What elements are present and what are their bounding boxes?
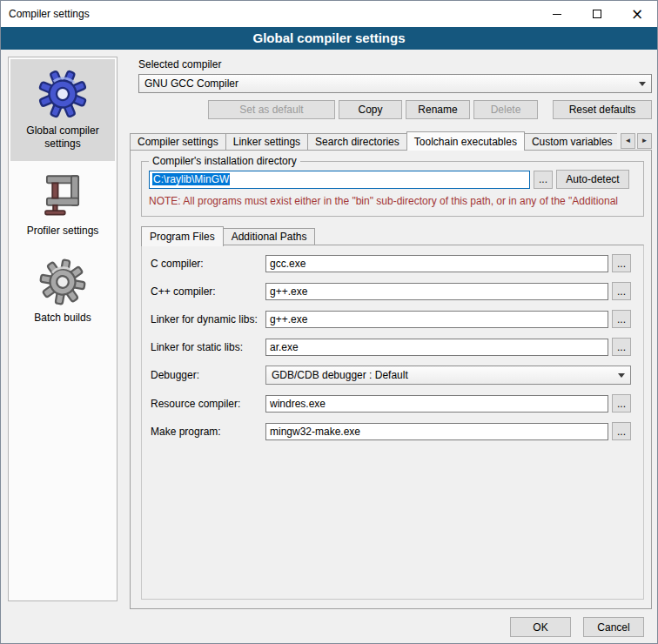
autodetect-button[interactable]: Auto-detect (556, 170, 629, 189)
close-button[interactable]: × (617, 1, 657, 27)
compiler-select[interactable]: GNU GCC Compiler (138, 74, 652, 93)
c-compiler-browse-button[interactable]: ... (612, 254, 631, 272)
sidebar-item-batch-builds[interactable]: Batch builds (10, 248, 115, 335)
cpp-compiler-input[interactable] (265, 283, 608, 300)
installation-directory-row: C:\raylib\MinGW ... Auto-detect (149, 170, 629, 189)
sidebar: Global compiler settings Prof (8, 57, 118, 601)
tab-scroll-left-button[interactable]: ◄ (621, 133, 635, 149)
static-linker-browse-button[interactable]: ... (612, 338, 631, 356)
compiler-settings-dialog: Compiler settings × Global compiler sett… (0, 0, 658, 644)
install-dir-browse-button[interactable]: ... (534, 171, 553, 189)
make-program-browse-button[interactable]: ... (612, 422, 631, 440)
form-row: Linker for dynamic libs: ... (151, 310, 631, 328)
tabs-clip: Compiler settings Linker settings Search… (130, 131, 617, 151)
sidebar-item-label: Batch builds (34, 312, 91, 325)
install-dir-input[interactable]: C:\raylib\MinGW (149, 171, 530, 189)
sidebar-item-label: Global compiler settings (14, 124, 111, 151)
cpp-compiler-browse-button[interactable]: ... (612, 282, 631, 300)
resource-compiler-input[interactable] (265, 395, 608, 413)
maximize-button[interactable] (577, 1, 617, 27)
form-row: Resource compiler: ... (151, 394, 631, 413)
resource-compiler-browse-button[interactable]: ... (612, 394, 631, 413)
ok-button[interactable]: OK (510, 617, 571, 637)
tab-search-directories[interactable]: Search directories (307, 133, 407, 151)
form-row: C++ compiler: ... (151, 282, 631, 300)
compiler-button-row: Set as default Copy Rename Delete Reset … (138, 100, 652, 119)
gear-blue-icon (37, 68, 89, 120)
tab-scroll-right-button[interactable]: ► (637, 133, 652, 149)
rename-button[interactable]: Rename (406, 100, 470, 119)
install-dir-selected-text: C:\raylib\MinGW (152, 173, 230, 185)
toolchain-executables-pane: Compiler's installation directory C:\ray… (130, 150, 652, 609)
window-controls: × (537, 1, 657, 27)
note-text: NOTE: All programs must exist either in … (149, 195, 641, 207)
form-row: Make program: ... (151, 422, 631, 440)
tab-program-files[interactable]: Program Files (141, 226, 224, 246)
selected-compiler-label: Selected compiler (138, 58, 221, 70)
make-program-input[interactable] (265, 423, 608, 440)
chevron-down-icon (639, 82, 646, 86)
chevron-down-icon (618, 373, 625, 378)
cpp-compiler-label: C++ compiler: (151, 285, 265, 298)
tab-scroll-arrows: ◄ ► (621, 133, 652, 149)
form-row: C compiler: ... (151, 254, 631, 272)
tab-additional-paths[interactable]: Additional Paths (223, 228, 316, 245)
compiler-select-value: GNU GCC Compiler (144, 77, 634, 90)
cancel-button[interactable]: Cancel (583, 617, 644, 637)
delete-button[interactable]: Delete (473, 100, 538, 119)
make-program-label: Make program: (151, 426, 265, 438)
debugger-select-value: GDB/CDB debugger : Default (272, 369, 613, 381)
form-row: Linker for static libs: ... (151, 338, 631, 356)
debugger-label: Debugger: (151, 369, 265, 381)
resource-compiler-label: Resource compiler: (151, 398, 265, 410)
copy-button[interactable]: Copy (339, 100, 402, 119)
window-title: Compiler settings (1, 8, 90, 20)
tab-compiler-settings[interactable]: Compiler settings (130, 133, 226, 151)
program-files-tabstrip: Program Files Additional Paths (141, 225, 315, 245)
set-as-default-button[interactable]: Set as default (208, 100, 335, 119)
debugger-select[interactable]: GDB/CDB debugger : Default (265, 366, 631, 385)
gear-gray-icon (37, 257, 88, 307)
titlebar[interactable]: Compiler settings × (1, 1, 657, 27)
program-files-pane: C compiler: ... C++ compiler: ... Linker… (141, 245, 644, 600)
maximize-icon (593, 10, 601, 18)
dynamic-linker-browse-button[interactable]: ... (612, 310, 631, 328)
static-linker-label: Linker for static libs: (151, 341, 265, 353)
static-linker-input[interactable] (265, 339, 608, 356)
clamp-icon (37, 170, 88, 220)
tab-toolchain-executables[interactable]: Toolchain executables (406, 131, 525, 151)
dynamic-linker-input[interactable] (265, 311, 608, 328)
close-icon: × (631, 7, 643, 22)
minimize-icon (553, 14, 561, 15)
sidebar-item-label: Profiler settings (27, 225, 99, 238)
page-title: Global compiler settings (1, 27, 657, 50)
settings-tabstrip: Compiler settings Linker settings Search… (130, 131, 652, 151)
tab-linker-settings[interactable]: Linker settings (225, 133, 308, 151)
sidebar-item-profiler-settings[interactable]: Profiler settings (10, 161, 115, 248)
c-compiler-input[interactable] (265, 255, 608, 272)
sidebar-item-global-compiler-settings[interactable]: Global compiler settings (10, 59, 115, 161)
installation-directory-group: Compiler's installation directory C:\ray… (141, 161, 644, 217)
form-row: Debugger: GDB/CDB debugger : Default (151, 366, 631, 385)
main-panel: Selected compiler GNU GCC Compiler Set a… (130, 57, 652, 609)
c-compiler-label: C compiler: (151, 258, 265, 270)
dynamic-linker-label: Linker for dynamic libs: (151, 313, 265, 325)
tab-custom-variables[interactable]: Custom variables (524, 133, 617, 151)
minimize-button[interactable] (537, 1, 577, 27)
installation-directory-legend: Compiler's installation directory (149, 155, 300, 167)
reset-defaults-button[interactable]: Reset defaults (553, 100, 652, 119)
